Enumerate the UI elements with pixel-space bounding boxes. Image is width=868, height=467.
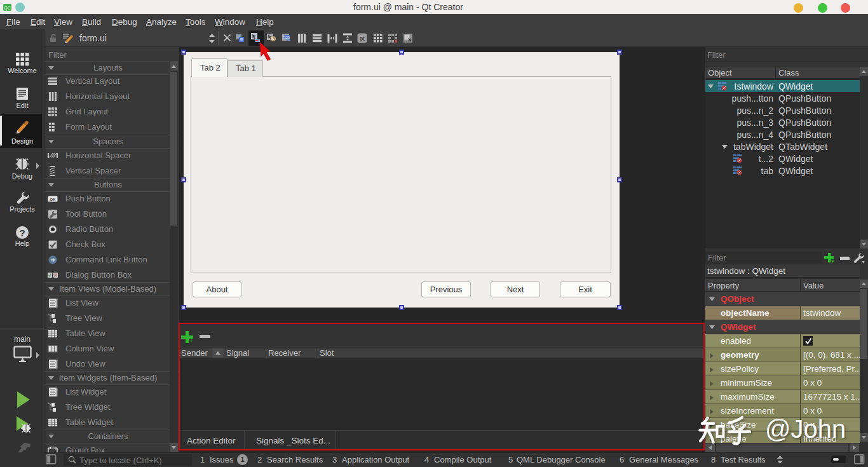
svg-text:123: 123 [284,36,290,39]
svg-text:?: ? [19,227,25,238]
svg-text:QC: QC [4,6,11,11]
svg-text:0t: 0t [360,36,365,42]
svg-text:OK: OK [50,198,57,201]
